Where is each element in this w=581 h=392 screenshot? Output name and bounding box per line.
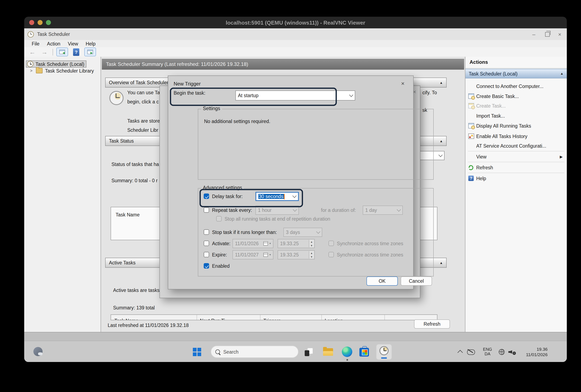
cancel-button[interactable]: Cancel	[401, 277, 432, 286]
settings-empty-text: No additional settings required.	[204, 119, 270, 124]
repeat-task-checkbox[interactable]	[204, 207, 209, 213]
microsoft-store-icon[interactable]	[359, 348, 369, 357]
volume-muted-icon[interactable]: ×	[508, 349, 516, 355]
weather-widget-icon[interactable]	[34, 347, 42, 356]
mac-minimize-button[interactable]	[38, 20, 42, 25]
back-icon[interactable]: ←	[29, 49, 36, 55]
action-help[interactable]: ?Help	[466, 173, 567, 183]
spinner-arrows-icon[interactable]: ▲▼	[309, 240, 314, 247]
expire-date-picker[interactable]: 11/01/2027▾	[232, 250, 274, 259]
action-connect-to-another-computer[interactable]: Connect to Another Computer...	[466, 81, 567, 91]
tree-item-task-scheduler-library[interactable]: > Task Scheduler Library	[30, 68, 94, 73]
column-location[interactable]: Location	[325, 318, 343, 320]
delay-task-dropdown[interactable]: 30 seconds	[256, 192, 299, 201]
restore-button[interactable]	[541, 28, 554, 40]
activate-date-picker[interactable]: 11/01/2026▾	[232, 239, 274, 248]
mac-close-button[interactable]	[29, 20, 34, 25]
stop-all-tasks-label: Stop all running tasks at end of repetit…	[224, 216, 330, 221]
collapse-icon[interactable]: ▲	[440, 261, 443, 265]
repeat-task-dropdown[interactable]: 1 hour	[256, 206, 299, 215]
mac-titlebar[interactable]: localhost:5901 (QEMU (windows11)) - Real…	[24, 17, 567, 28]
help-toolbar-icon[interactable]: ?	[73, 48, 79, 56]
app-titlebar[interactable]: Task Scheduler – ×	[24, 28, 567, 40]
clock-date-indicator[interactable]: 19.3611/01/2026	[521, 347, 548, 357]
forward-icon[interactable]: →	[41, 49, 48, 55]
search-input[interactable]: Search	[211, 346, 298, 358]
action-create-basic-task[interactable]: Create Basic Task...	[466, 91, 567, 101]
expire-time-spinner[interactable]: 19.33.25 ▲▼	[278, 250, 315, 259]
delay-task-checkbox[interactable]	[204, 193, 209, 199]
menu-view[interactable]: View	[68, 41, 78, 46]
action-refresh[interactable]: Refresh	[466, 163, 567, 172]
file-explorer-icon[interactable]	[323, 348, 333, 356]
enabled-checkbox[interactable]	[204, 263, 209, 269]
onedrive-offline-icon[interactable]	[467, 350, 475, 355]
begin-task-value: At startup	[238, 93, 258, 98]
edge-browser-icon[interactable]	[342, 347, 352, 357]
tree-item-task-scheduler-local[interactable]: Task Scheduler (Local)	[26, 60, 86, 67]
new-trigger-dialog: New Trigger × Begin the task: At startup…	[168, 75, 414, 289]
spinner-arrows-icon[interactable]: ▲▼	[309, 251, 314, 259]
minimize-button[interactable]: –	[528, 28, 540, 40]
task-status-text: Status of tasks that ha	[112, 162, 159, 167]
show-console-tree-button[interactable]: ◀	[56, 47, 68, 56]
column-next-run-time[interactable]: Next Run Ti	[200, 318, 225, 320]
close-icon[interactable]: ×	[401, 80, 404, 86]
begin-task-dropdown[interactable]: At startup	[236, 90, 355, 100]
actions-group-header[interactable]: Task Scheduler (Local) ▲	[466, 69, 567, 78]
stop-task-checkbox[interactable]	[204, 229, 209, 235]
mac-zoom-button[interactable]	[46, 20, 51, 25]
action-display-all-running-tasks[interactable]: Display All Running Tasks	[466, 121, 567, 130]
stop-all-tasks-checkbox[interactable]	[216, 216, 222, 221]
action-enable-all-tasks-history[interactable]: Enable All Tasks History	[466, 131, 567, 141]
ok-button[interactable]: OK	[366, 277, 398, 286]
activate-time-value: 19.33.25	[280, 241, 299, 246]
task-status-title: Task Status	[109, 138, 134, 143]
refresh-button[interactable]: Refresh	[414, 320, 450, 329]
active-tasks-summary: Summary: 139 total	[113, 305, 155, 310]
settings-group-label: Settings	[201, 106, 222, 111]
collapse-icon[interactable]: ▲	[560, 72, 564, 75]
enabled-label: Enabled	[212, 264, 230, 269]
overview-text: Tasks are store	[127, 118, 160, 123]
action-create-task[interactable]: Create Task...	[466, 101, 567, 110]
start-button-icon[interactable]	[193, 348, 201, 356]
expire-checkbox[interactable]	[204, 252, 209, 257]
expire-sync-checkbox[interactable]	[328, 252, 334, 257]
menu-file[interactable]: File	[32, 41, 40, 46]
library-folder-icon	[36, 68, 42, 73]
task-scheduler-taskbar-icon[interactable]	[376, 344, 392, 360]
task-view-icon[interactable]	[305, 348, 313, 356]
menu-action[interactable]: Action	[47, 41, 60, 46]
refresh-icon	[468, 165, 473, 170]
summary-header: Task Scheduler Summary (Last refreshed: …	[102, 59, 464, 70]
menubar: File Action View Help	[24, 40, 567, 47]
duration-label: for a duration of:	[321, 208, 356, 213]
network-globe-icon[interactable]	[499, 349, 504, 355]
collapse-icon[interactable]: ▲	[440, 139, 443, 143]
tree-item-label: Task Scheduler Library	[45, 68, 94, 73]
task-name-column-header[interactable]: Task Name	[116, 212, 140, 217]
column-triggers[interactable]: Triggers	[263, 318, 281, 320]
create-basic-task-icon	[468, 93, 474, 99]
action-at-service-account-configuration[interactable]: AT Service Account Configurati...	[466, 141, 567, 151]
running-indicator	[346, 359, 348, 361]
activate-checkbox[interactable]	[204, 241, 209, 246]
menu-help[interactable]: Help	[86, 41, 95, 46]
duration-dropdown[interactable]: 1 day	[363, 206, 403, 215]
column-task-name[interactable]: Task Name	[114, 318, 138, 320]
expand-chevron-icon[interactable]: >	[30, 68, 32, 73]
console-tree-pane: Task Scheduler (Local) > Task Scheduler …	[24, 57, 101, 332]
action-import-task[interactable]: Import Task...	[466, 111, 567, 120]
page: localhost:5901 (QEMU (windows11)) - Real…	[0, 0, 581, 392]
activate-time-spinner[interactable]: 19.33.25 ▲▼	[278, 239, 315, 248]
toolbar: ← → ◀ ? ▶	[24, 47, 567, 57]
action-view[interactable]: View▶	[466, 152, 567, 161]
activate-sync-checkbox[interactable]	[328, 241, 334, 246]
tray-chevron-icon[interactable]	[458, 350, 463, 355]
collapse-icon[interactable]: ▲	[440, 81, 443, 84]
show-action-pane-button[interactable]: ▶	[84, 47, 96, 56]
language-indicator[interactable]: ENGDA	[481, 347, 494, 356]
stop-task-dropdown[interactable]: 3 days	[284, 228, 322, 237]
close-button[interactable]: ×	[554, 28, 566, 40]
